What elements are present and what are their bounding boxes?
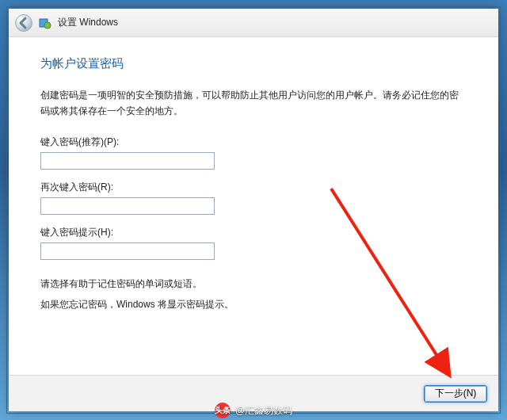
- watermark-text: @汇鑫易数码: [235, 404, 292, 418]
- hint-instruction-1: 请选择有助于记住密码的单词或短语。: [40, 276, 467, 292]
- password-hint-input[interactable]: [40, 242, 215, 260]
- watermark-logo-icon: 头条: [215, 403, 231, 418]
- wizard-content: 为帐户设置密码 创建密码是一项明智的安全预防措施，可以帮助防止其他用户访问您的用…: [9, 37, 498, 375]
- confirm-password-label: 再次键入密码(R):: [40, 181, 467, 194]
- confirm-password-input[interactable]: [40, 197, 215, 215]
- page-heading: 为帐户设置密码: [40, 56, 467, 71]
- titlebar: 设置 Windows: [9, 9, 498, 37]
- watermark: 头条 @汇鑫易数码: [215, 403, 292, 418]
- back-arrow-icon: [16, 15, 32, 31]
- password-hint-label: 键入密码提示(H):: [40, 226, 467, 239]
- next-button[interactable]: 下一步(N): [424, 385, 487, 403]
- back-button[interactable]: [15, 14, 32, 32]
- svg-point-1: [44, 22, 51, 29]
- page-description: 创建密码是一项明智的安全预防措施，可以帮助防止其他用户访问您的用户帐户。请务必记…: [40, 87, 467, 120]
- setup-wizard-window: 设置 Windows 为帐户设置密码 创建密码是一项明智的安全预防措施，可以帮助…: [9, 9, 498, 411]
- window-title: 设置 Windows: [58, 16, 118, 29]
- password-label: 键入密码(推荐)(P):: [40, 136, 467, 149]
- hint-instruction-2: 如果您忘记密码，Windows 将显示密码提示。: [40, 296, 467, 312]
- windows-oobe-icon: [39, 17, 51, 29]
- password-input[interactable]: [40, 152, 215, 170]
